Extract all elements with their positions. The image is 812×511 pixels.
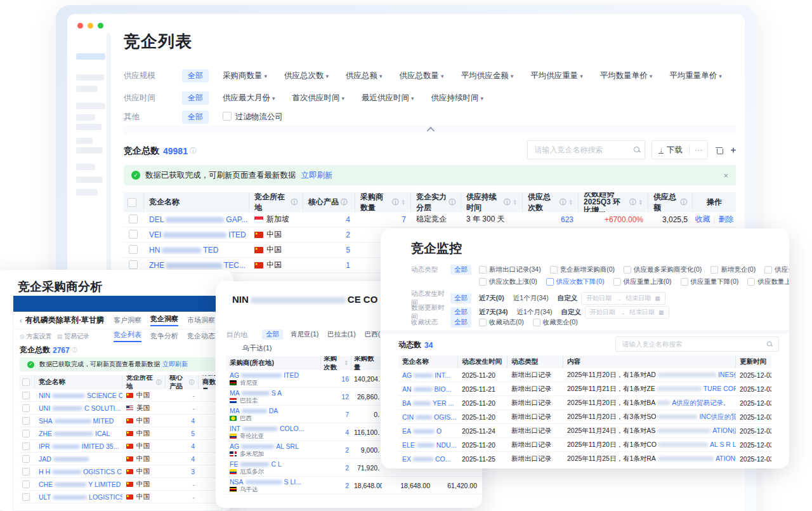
minimize-window-icon[interactable] xyxy=(88,23,93,29)
sidebar-item[interactable] xyxy=(76,86,98,92)
checkbox-icon[interactable] xyxy=(764,266,772,274)
checkbox-icon[interactable] xyxy=(479,319,487,326)
sidebar-item[interactable] xyxy=(76,164,95,170)
row-checkbox[interactable] xyxy=(22,481,30,488)
time-option[interactable]: 近1个月(34) xyxy=(517,308,553,317)
competitor-search[interactable] xyxy=(527,140,645,159)
dest-option[interactable]: 乌干达(1) xyxy=(242,343,272,353)
plan-settings-button[interactable]: ◎ 方案设置 xyxy=(20,332,52,341)
competitor-link[interactable]: CINOGIS... xyxy=(398,413,458,421)
core-count[interactable]: 4 xyxy=(166,455,199,463)
type-option[interactable]: 竞企新增采购商(0) xyxy=(550,265,615,274)
type-option[interactable]: 新增出口记录(34) xyxy=(479,265,541,274)
competitor-link[interactable]: CHEY LIMITED xyxy=(35,481,122,488)
competitor-link[interactable]: SHAMITED xyxy=(35,417,122,425)
sort-icon[interactable]: ▲▼ xyxy=(639,199,643,206)
competitor-link[interactable]: BAYER ... xyxy=(398,399,458,407)
more-actions-button[interactable]: ··· xyxy=(690,141,708,159)
competitor-link[interactable]: AGINT... xyxy=(398,371,458,379)
trash-icon[interactable] xyxy=(716,146,723,154)
type-option[interactable]: 供应数量上涨(0) xyxy=(747,277,789,286)
buyer-link[interactable]: AGAL SRL xyxy=(230,442,299,450)
core-count[interactable]: 4 xyxy=(166,417,199,425)
refresh-link[interactable]: 立即刷新 xyxy=(162,360,188,369)
row-checkbox[interactable] xyxy=(129,245,138,254)
sidebar-item[interactable] xyxy=(76,176,103,183)
row-checkbox[interactable] xyxy=(22,455,30,463)
filter-dropdown[interactable]: 平均重量单价▾ xyxy=(669,70,722,81)
download-button[interactable]: ↓下载 xyxy=(652,141,689,159)
checkbox-icon[interactable] xyxy=(479,278,487,286)
purchase-times[interactable]: 2 xyxy=(321,464,351,472)
favorite-link[interactable]: 收藏 xyxy=(695,214,710,225)
checkbox-icon[interactable] xyxy=(710,266,718,274)
maximize-window-icon[interactable] xyxy=(98,23,103,29)
competitor-link[interactable]: JAD xyxy=(35,455,122,463)
trade-records-button[interactable]: ▤ 贸易记录 xyxy=(57,332,89,341)
row-checkbox[interactable] xyxy=(22,430,30,437)
filter-all-chip[interactable]: 全部 xyxy=(182,110,209,124)
row-checkbox[interactable] xyxy=(22,468,30,475)
breadcrumb[interactable]: 有机磷类除草剂-草甘膦 xyxy=(25,315,104,326)
collapse-filters-bar[interactable] xyxy=(124,126,736,134)
sort-icon[interactable]: ▲▼ xyxy=(513,199,517,206)
logistics-filter-checkbox[interactable]: 过滤物流公司 xyxy=(223,112,283,123)
time-option[interactable]: 近7天(0) xyxy=(479,294,504,303)
search-input[interactable] xyxy=(533,145,634,155)
type-option[interactable]: 供应最多采购商变化(0) xyxy=(624,265,702,274)
buyer-link[interactable]: AGITED xyxy=(230,371,299,379)
core-count[interactable]: 5 xyxy=(166,430,199,437)
row-checkbox[interactable] xyxy=(22,417,30,425)
dest-option[interactable]: 肯尼亚(1) xyxy=(291,330,318,339)
competitor-link[interactable]: EAO xyxy=(398,427,458,435)
tab-customer-insight[interactable]: 客户洞察 xyxy=(114,315,141,325)
purchase-times[interactable]: 2 xyxy=(321,446,351,454)
filter-all-chip[interactable]: 全部 xyxy=(450,293,471,303)
time-option[interactable]: 近7天(34) xyxy=(479,308,508,317)
type-option[interactable]: 供应重量下降(0) xyxy=(681,277,739,286)
filter-dropdown[interactable]: 供应总次数▾ xyxy=(284,70,329,81)
checkbox-icon[interactable] xyxy=(546,278,554,286)
row-checkbox[interactable] xyxy=(22,404,30,412)
purchase-times[interactable]: 16 xyxy=(321,375,351,383)
competitor-link[interactable]: ULTLOGISTICS ... xyxy=(35,493,122,501)
monitor-search[interactable] xyxy=(615,336,779,352)
competitor-link[interactable]: EXCO... xyxy=(398,455,458,463)
select-all-checkbox[interactable] xyxy=(128,198,136,207)
sidebar-item[interactable] xyxy=(76,124,102,130)
subtab-competitor-list[interactable]: 竞企列表 xyxy=(114,330,141,342)
sidebar-item[interactable] xyxy=(76,147,103,154)
filter-dropdown[interactable]: 供应持续时间▾ xyxy=(431,93,484,103)
sidebar-item[interactable] xyxy=(76,189,98,196)
tab-market-insight[interactable]: 市场洞察 xyxy=(187,315,215,325)
filter-all-chip[interactable]: 全部 xyxy=(182,91,209,105)
row-checkbox[interactable] xyxy=(22,442,30,450)
fav-option[interactable]: 收藏竞企(0) xyxy=(533,318,578,327)
competitor-link[interactable]: ANBIO... xyxy=(398,385,458,393)
type-option[interactable]: 新增竞企(0) xyxy=(710,265,756,274)
competitor-link[interactable]: ZHETEC... xyxy=(144,261,249,270)
competitor-link[interactable]: ELENDU... xyxy=(398,441,458,449)
core-count[interactable]: 4 xyxy=(166,442,199,450)
search-input[interactable] xyxy=(621,340,766,348)
buyer-link[interactable]: NSAS LI... xyxy=(230,478,301,486)
type-option-active[interactable]: 供应次数下降(0) xyxy=(546,277,605,286)
competitor-link[interactable]: VEIITED xyxy=(144,230,249,239)
filter-all-chip[interactable]: 全部 xyxy=(450,265,471,275)
competitor-link[interactable]: UNIC SOLUTI... xyxy=(35,404,122,412)
competitor-link[interactable]: ZHEICAL xyxy=(35,430,122,437)
competitor-link[interactable]: IPRIMITED 35... xyxy=(35,442,122,450)
checkbox-icon[interactable] xyxy=(550,266,558,274)
buyer-link[interactable]: INTCOLO... xyxy=(230,425,304,432)
sidebar-item-active[interactable] xyxy=(76,53,105,60)
sidebar-item[interactable] xyxy=(76,103,105,109)
purchase-times[interactable]: 4 xyxy=(321,428,351,436)
sort-icon[interactable]: ▲▼ xyxy=(402,199,405,206)
buyer-count[interactable]: 7 xyxy=(355,215,411,224)
checkbox-icon[interactable] xyxy=(624,266,631,274)
type-option[interactable]: 供应金额上涨(0) xyxy=(764,265,789,274)
checkbox-icon[interactable] xyxy=(747,278,755,286)
delete-link[interactable]: 删除 xyxy=(719,214,734,225)
filter-dropdown[interactable]: 供应总额▾ xyxy=(346,70,383,81)
date-range-input[interactable]: 开始日期→结束日期▦ xyxy=(581,292,665,305)
